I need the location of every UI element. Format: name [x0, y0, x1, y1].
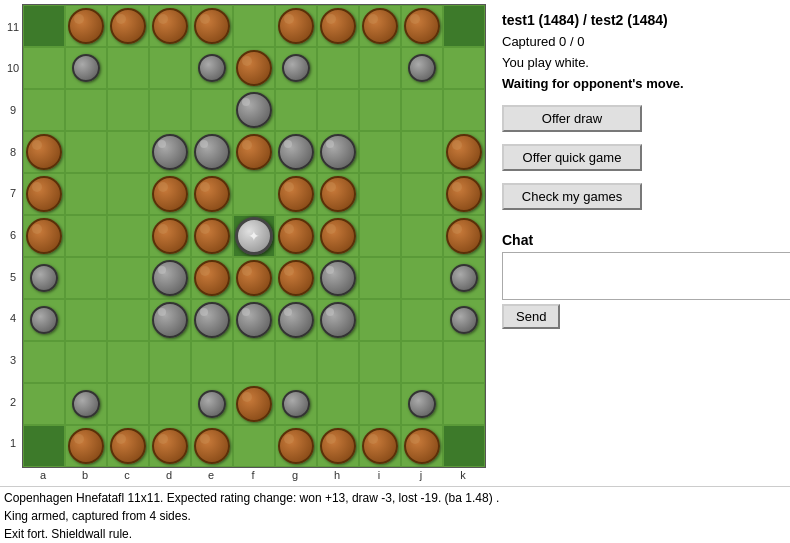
cell-4-3[interactable]: [191, 299, 233, 341]
cell-0-4[interactable]: [23, 257, 65, 299]
cell-1-0[interactable]: [65, 425, 107, 467]
cell-5-4[interactable]: [233, 257, 275, 299]
cell-10-3[interactable]: [443, 299, 485, 341]
cell-0-9[interactable]: [23, 47, 65, 89]
cell-4-0[interactable]: [191, 425, 233, 467]
cell-1-8[interactable]: [65, 89, 107, 131]
cell-10-7[interactable]: [443, 131, 485, 173]
cell-0-3[interactable]: [23, 299, 65, 341]
cell-4-8[interactable]: [191, 89, 233, 131]
cell-0-6[interactable]: [23, 173, 65, 215]
cell-2-10[interactable]: [107, 5, 149, 47]
cell-10-0[interactable]: [443, 425, 485, 467]
cell-4-9[interactable]: [191, 47, 233, 89]
cell-4-10[interactable]: [191, 5, 233, 47]
cell-7-9[interactable]: [317, 47, 359, 89]
cell-10-5[interactable]: [443, 215, 485, 257]
cell-6-2[interactable]: [275, 341, 317, 383]
cell-8-5[interactable]: [359, 215, 401, 257]
cell-7-0[interactable]: [317, 425, 359, 467]
cell-9-4[interactable]: [401, 257, 443, 299]
cell-7-1[interactable]: [317, 383, 359, 425]
cell-2-8[interactable]: [107, 89, 149, 131]
cell-9-7[interactable]: [401, 131, 443, 173]
cell-0-2[interactable]: [23, 341, 65, 383]
cell-2-4[interactable]: [107, 257, 149, 299]
cell-6-5[interactable]: [275, 215, 317, 257]
cell-5-9[interactable]: [233, 47, 275, 89]
cell-5-3[interactable]: [233, 299, 275, 341]
cell-9-0[interactable]: [401, 425, 443, 467]
cell-1-6[interactable]: [65, 173, 107, 215]
cell-9-1[interactable]: [401, 383, 443, 425]
cell-8-6[interactable]: [359, 173, 401, 215]
cell-5-2[interactable]: [233, 341, 275, 383]
cell-7-10[interactable]: [317, 5, 359, 47]
cell-6-6[interactable]: [275, 173, 317, 215]
game-board[interactable]: [22, 4, 486, 468]
cell-5-0[interactable]: [233, 425, 275, 467]
cell-2-6[interactable]: [107, 173, 149, 215]
cell-8-9[interactable]: [359, 47, 401, 89]
cell-10-8[interactable]: [443, 89, 485, 131]
cell-3-8[interactable]: [149, 89, 191, 131]
cell-2-2[interactable]: [107, 341, 149, 383]
cell-4-2[interactable]: [191, 341, 233, 383]
offer-draw-button[interactable]: Offer draw: [502, 105, 642, 132]
cell-7-8[interactable]: [317, 89, 359, 131]
cell-4-5[interactable]: [191, 215, 233, 257]
cell-0-0[interactable]: [23, 425, 65, 467]
cell-10-2[interactable]: [443, 341, 485, 383]
cell-8-7[interactable]: [359, 131, 401, 173]
offer-quick-game-button[interactable]: Offer quick game: [502, 144, 642, 171]
cell-5-1[interactable]: [233, 383, 275, 425]
cell-7-4[interactable]: [317, 257, 359, 299]
cell-8-3[interactable]: [359, 299, 401, 341]
check-games-button[interactable]: Check my games: [502, 183, 642, 210]
cell-8-8[interactable]: [359, 89, 401, 131]
cell-4-7[interactable]: [191, 131, 233, 173]
cell-10-4[interactable]: [443, 257, 485, 299]
cell-0-8[interactable]: [23, 89, 65, 131]
cell-1-3[interactable]: [65, 299, 107, 341]
cell-3-1[interactable]: [149, 383, 191, 425]
cell-2-7[interactable]: [107, 131, 149, 173]
cell-9-5[interactable]: [401, 215, 443, 257]
cell-9-10[interactable]: [401, 5, 443, 47]
cell-4-1[interactable]: [191, 383, 233, 425]
cell-6-3[interactable]: [275, 299, 317, 341]
cell-6-4[interactable]: [275, 257, 317, 299]
cell-8-1[interactable]: [359, 383, 401, 425]
cell-3-10[interactable]: [149, 5, 191, 47]
cell-0-10[interactable]: [23, 5, 65, 47]
cell-1-9[interactable]: [65, 47, 107, 89]
cell-5-8[interactable]: [233, 89, 275, 131]
cell-7-7[interactable]: [317, 131, 359, 173]
cell-0-7[interactable]: [23, 131, 65, 173]
cell-5-10[interactable]: [233, 5, 275, 47]
cell-8-0[interactable]: [359, 425, 401, 467]
cell-3-2[interactable]: [149, 341, 191, 383]
cell-8-2[interactable]: [359, 341, 401, 383]
cell-1-10[interactable]: [65, 5, 107, 47]
cell-6-7[interactable]: [275, 131, 317, 173]
cell-1-7[interactable]: [65, 131, 107, 173]
cell-8-4[interactable]: [359, 257, 401, 299]
cell-1-1[interactable]: [65, 383, 107, 425]
cell-3-6[interactable]: [149, 173, 191, 215]
cell-7-3[interactable]: [317, 299, 359, 341]
cell-3-5[interactable]: [149, 215, 191, 257]
cell-2-0[interactable]: [107, 425, 149, 467]
cell-7-5[interactable]: [317, 215, 359, 257]
cell-1-2[interactable]: [65, 341, 107, 383]
cell-6-1[interactable]: [275, 383, 317, 425]
cell-5-6[interactable]: [233, 173, 275, 215]
cell-3-9[interactable]: [149, 47, 191, 89]
cell-5-7[interactable]: [233, 131, 275, 173]
cell-10-10[interactable]: [443, 5, 485, 47]
send-button[interactable]: Send: [502, 304, 560, 329]
cell-10-1[interactable]: [443, 383, 485, 425]
cell-2-9[interactable]: [107, 47, 149, 89]
cell-9-9[interactable]: [401, 47, 443, 89]
cell-0-5[interactable]: [23, 215, 65, 257]
